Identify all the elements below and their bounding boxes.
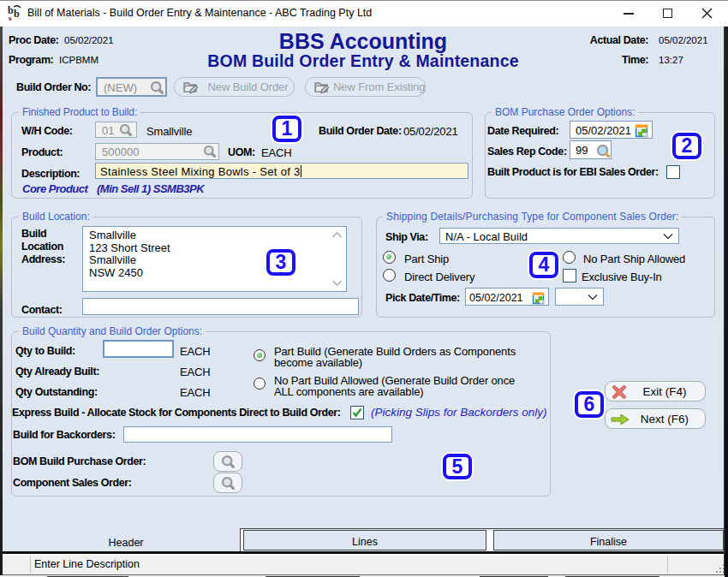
svg-text:s: s [9, 14, 12, 21]
svg-text:b: b [14, 8, 20, 20]
